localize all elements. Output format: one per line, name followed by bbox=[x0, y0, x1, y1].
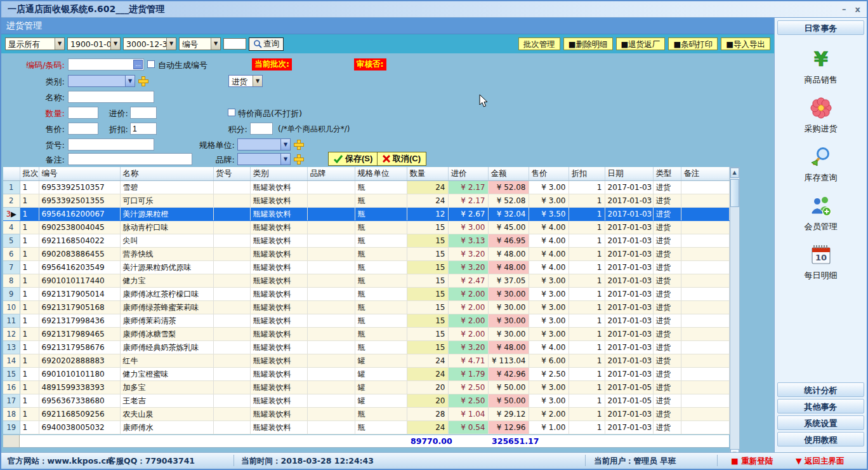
date-to-select[interactable]: 3000-12-31▼ bbox=[123, 37, 176, 50]
table-row[interactable]: 716956416203549美汁源果粒奶优原味瓶罐装饮料瓶15¥ 3.20¥ … bbox=[3, 261, 729, 274]
scrollbar-thumb[interactable] bbox=[730, 179, 739, 207]
table-row[interactable]: 1016921317905168康师傅绿茶蜂蜜茉莉味瓶罐装饮料瓶15¥ 2.00… bbox=[3, 301, 729, 314]
table-row[interactable]: 1416920202888883红牛瓶罐装饮料罐24¥ 4.71¥ 113.04… bbox=[3, 354, 729, 368]
toolbar-button-3[interactable]: ■退货返厂 bbox=[616, 37, 666, 50]
column-header[interactable]: 批次 bbox=[20, 167, 39, 181]
table-row[interactable]: 616902083886455营养快线瓶罐装饮料瓶15¥ 3.20¥ 48.00… bbox=[3, 248, 729, 261]
column-header[interactable]: 类别 bbox=[250, 167, 307, 181]
discount-input[interactable] bbox=[130, 123, 157, 135]
sidebar-item-库存查询[interactable]: 库存查询 bbox=[777, 145, 864, 184]
item-no-input[interactable] bbox=[68, 138, 154, 151]
sidebar-header[interactable]: 日常事务 bbox=[777, 20, 864, 35]
toolbar-button-2[interactable]: ■删除明细 bbox=[563, 37, 613, 50]
field-select[interactable]: 编号▼ bbox=[179, 37, 221, 50]
special-price-checkbox[interactable] bbox=[228, 109, 235, 116]
chevron-down-icon[interactable]: ▼ bbox=[110, 38, 120, 50]
row-number-cell[interactable]: 8 bbox=[3, 274, 20, 288]
column-header[interactable]: 规格单位 bbox=[355, 167, 407, 181]
table-row[interactable]: 1116921317998436康师傅茉莉清茶瓶罐装饮料瓶15¥ 2.00¥ 3… bbox=[3, 314, 729, 328]
name-input[interactable] bbox=[68, 91, 154, 103]
code-input[interactable] bbox=[68, 58, 144, 70]
table-row[interactable]: 1516901010101180健力宝橙蜜味瓶罐装饮料罐24¥ 1.79¥ 42… bbox=[3, 368, 729, 381]
column-header[interactable]: 编号 bbox=[39, 167, 120, 181]
row-number-cell[interactable]: 4 bbox=[3, 221, 20, 234]
row-number-cell[interactable]: 18 bbox=[3, 408, 20, 421]
column-header[interactable]: 品牌 bbox=[307, 167, 355, 181]
column-header[interactable]: 进价 bbox=[448, 167, 488, 181]
column-header[interactable]: 名称 bbox=[120, 167, 213, 181]
sidebar-section-使用教程[interactable]: 使用教程 bbox=[777, 432, 864, 446]
toolbar-button-4[interactable]: ■条码打印 bbox=[668, 37, 718, 50]
row-number-cell[interactable]: 10 bbox=[3, 301, 20, 314]
row-number-cell[interactable]: 6 bbox=[3, 248, 20, 261]
date-from-select[interactable]: 1900-01-01▼ bbox=[67, 37, 121, 50]
table-row[interactable]: 516921168504022尖叫瓶罐装饮料瓶15¥ 3.13¥ 46.95¥ … bbox=[3, 234, 729, 248]
table-row[interactable]: 1916940038005032康师傅水瓶罐装饮料瓶24¥ 0.54¥ 12.9… bbox=[3, 421, 729, 434]
qty-input[interactable] bbox=[68, 107, 98, 119]
row-number-cell[interactable]: 5 bbox=[3, 234, 20, 248]
sidebar-item-会员管理[interactable]: 会员管理 bbox=[777, 194, 864, 232]
table-row[interactable]: 1216921317989465康师傅冰糖雪梨瓶罐装饮料瓶15¥ 2.00¥ 3… bbox=[3, 328, 729, 341]
table-row[interactable]: 1816921168509256农夫山泉瓶罐装饮料瓶28¥ 1.04¥ 29.1… bbox=[3, 408, 729, 421]
relogin-link[interactable]: ■ 重新登陆 bbox=[731, 456, 773, 467]
toolbar-button-1[interactable]: 批次管理 bbox=[518, 37, 560, 50]
purchase-price-input[interactable] bbox=[130, 107, 157, 119]
row-number-cell[interactable]: 7 bbox=[3, 261, 20, 274]
vertical-scrollbar[interactable]: ▲ ▼ bbox=[730, 167, 740, 460]
table-row[interactable]: 416902538004045脉动青柠口味瓶罐装饮料瓶15¥ 3.00¥ 45.… bbox=[3, 221, 729, 234]
row-number-cell[interactable]: 11 bbox=[3, 314, 20, 328]
category-select[interactable]: ▼ bbox=[68, 75, 135, 87]
table-row[interactable]: 116953392510357雪碧瓶罐装饮料瓶24¥ 2.17¥ 52.08¥ … bbox=[3, 181, 729, 194]
cancel-button[interactable]: 取消(C) bbox=[377, 152, 426, 166]
chevron-down-icon[interactable]: ▼ bbox=[125, 76, 135, 86]
add-unit-icon[interactable] bbox=[294, 140, 303, 149]
table-row[interactable]: 216953392501355可口可乐瓶罐装饮料瓶24¥ 2.17¥ 52.08… bbox=[3, 194, 729, 208]
column-header[interactable]: 金额 bbox=[488, 167, 529, 181]
column-header[interactable]: 货号 bbox=[213, 167, 250, 181]
scroll-up-icon[interactable]: ▲ bbox=[730, 168, 739, 178]
column-header[interactable]: 折扣 bbox=[569, 167, 605, 181]
close-button[interactable]: x bbox=[855, 5, 860, 13]
row-number-cell[interactable]: 2 bbox=[3, 194, 20, 208]
sidebar-item-每日明细[interactable]: 10每日明细 bbox=[777, 243, 864, 281]
sidebar-section-其他事务[interactable]: 其他事务 bbox=[777, 399, 864, 413]
column-header[interactable]: 日期 bbox=[605, 167, 653, 181]
chevron-down-icon[interactable]: ▼ bbox=[166, 38, 176, 50]
table-row[interactable]: 816901010117440健力宝瓶罐装饮料瓶15¥ 2.47¥ 37.05¥… bbox=[3, 274, 729, 288]
row-number-cell[interactable]: 15 bbox=[3, 368, 20, 381]
sidebar-item-采购进货[interactable]: 采购进货 bbox=[777, 97, 864, 135]
type-select[interactable]: 进货▼ bbox=[228, 75, 263, 87]
row-number-cell[interactable]: 9 bbox=[3, 288, 20, 301]
search-input[interactable] bbox=[223, 38, 246, 50]
sale-price-input[interactable] bbox=[68, 123, 98, 135]
filter-select[interactable]: 显示所有▼ bbox=[5, 37, 65, 50]
row-number-cell[interactable]: 16 bbox=[3, 381, 20, 394]
note-input[interactable] bbox=[68, 153, 192, 165]
minimize-button[interactable]: – bbox=[842, 5, 846, 13]
back-to-main-link[interactable]: ▼ 返回主界面 bbox=[796, 456, 844, 467]
points-input[interactable] bbox=[250, 123, 273, 135]
table-row[interactable]: 1614891599338393加多宝瓶罐装饮料罐20¥ 2.50¥ 50.00… bbox=[3, 381, 729, 394]
row-number-cell[interactable]: 14 bbox=[3, 354, 20, 368]
chevron-down-icon[interactable]: ▼ bbox=[253, 76, 262, 86]
column-header[interactable]: 售价 bbox=[529, 167, 569, 181]
table-row[interactable]: 1316921317958676康师傅经典奶茶炼乳味瓶罐装饮料瓶15¥ 3.20… bbox=[3, 341, 729, 354]
save-button[interactable]: 保存(S) bbox=[328, 152, 378, 166]
sidebar-section-统计分析[interactable]: 统计分析 bbox=[777, 382, 864, 397]
browse-button[interactable]: ... bbox=[133, 60, 143, 69]
column-header[interactable]: 数量 bbox=[407, 167, 448, 181]
brand-select[interactable]: ▼ bbox=[237, 153, 291, 165]
table-row[interactable]: 3▶16956416200067美汁源果粒橙瓶罐装饮料瓶12¥ 2.67¥ 32… bbox=[3, 208, 729, 221]
chevron-down-icon[interactable]: ▼ bbox=[280, 139, 290, 150]
toolbar-button-5[interactable]: ■导入导出 bbox=[721, 37, 770, 50]
row-number-cell[interactable]: 13 bbox=[3, 341, 20, 354]
column-header[interactable]: 类型 bbox=[653, 167, 681, 181]
sidebar-section-系统设置[interactable]: 系统设置 bbox=[777, 415, 864, 430]
query-button[interactable]: 查询 bbox=[249, 37, 284, 51]
chevron-down-icon[interactable]: ▼ bbox=[55, 38, 64, 50]
row-number-cell[interactable]: 17 bbox=[3, 394, 20, 408]
table-row[interactable]: 916921317905014康师傅冰红茶柠檬口味瓶罐装饮料瓶15¥ 2.00¥… bbox=[3, 288, 729, 301]
add-brand-icon[interactable] bbox=[294, 154, 303, 163]
row-number-cell[interactable]: 19 bbox=[3, 421, 20, 434]
chevron-down-icon[interactable]: ▼ bbox=[280, 154, 290, 164]
